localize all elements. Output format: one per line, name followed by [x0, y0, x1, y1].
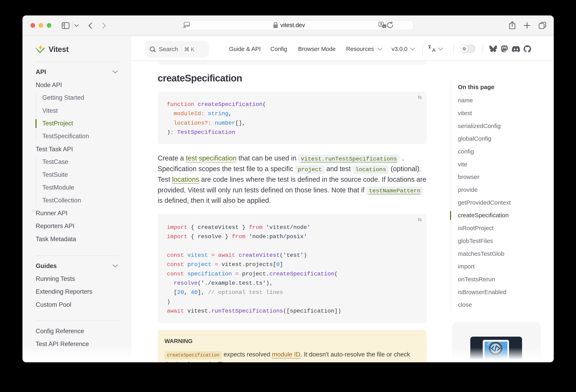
svg-text:x: x	[384, 25, 385, 28]
svg-text:A: A	[432, 47, 436, 53]
